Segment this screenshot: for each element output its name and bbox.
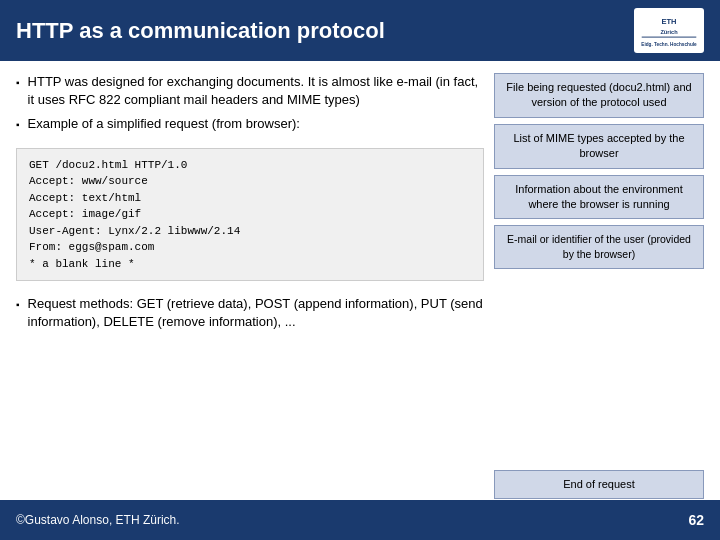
bullet-item-2: ▪ Example of a simplified request (from … xyxy=(16,115,484,133)
bullet-icon-2: ▪ xyxy=(16,118,20,132)
main-content: ▪ HTTP was designed for exchanging docum… xyxy=(0,61,720,511)
slide: HTTP as a communication protocol ETH Zür… xyxy=(0,0,720,540)
bullet-icon-1: ▪ xyxy=(16,76,20,90)
right-panel: File being requested (docu2.html) and ve… xyxy=(494,73,704,499)
code-line-7: * a blank line * xyxy=(29,256,471,273)
bullet-text-2: Example of a simplified request (from br… xyxy=(28,115,300,133)
info-box-2: List of MIME types accepted by the brows… xyxy=(494,124,704,169)
bullet-item-3: ▪ Request methods: GET (retrieve data), … xyxy=(16,295,484,331)
info-boxes-container: File being requested (docu2.html) and ve… xyxy=(494,73,704,499)
svg-text:Eidg. Techn. Hochschule: Eidg. Techn. Hochschule xyxy=(641,42,697,47)
info-box-4: E-mail or identifier of the user (provid… xyxy=(494,225,704,268)
code-line-2: Accept: www/source xyxy=(29,173,471,190)
footer-copyright: ©Gustavo Alonso, ETH Zürich. xyxy=(16,513,180,527)
code-line-5: User-Agent: Lynx/2.2 libwww/2.14 xyxy=(29,223,471,240)
svg-text:ETH: ETH xyxy=(661,17,676,26)
http-request-code: GET /docu2.html HTTP/1.0 Accept: www/sou… xyxy=(16,148,484,282)
bullet-text-1: HTTP was designed for exchanging documen… xyxy=(28,73,484,109)
code-line-4: Accept: image/gif xyxy=(29,206,471,223)
footer-page-number: 62 xyxy=(688,512,704,528)
title-bar: HTTP as a communication protocol ETH Zür… xyxy=(0,0,720,61)
info-box-1: File being requested (docu2.html) and ve… xyxy=(494,73,704,118)
svg-rect-3 xyxy=(642,37,697,38)
bullet-item-1: ▪ HTTP was designed for exchanging docum… xyxy=(16,73,484,109)
eth-logo: ETH Zürich Eidg. Techn. Hochschule xyxy=(634,8,704,53)
footer: ©Gustavo Alonso, ETH Zürich. 62 xyxy=(0,500,720,540)
info-box-3: Information about the environment where … xyxy=(494,175,704,220)
bullet-icon-3: ▪ xyxy=(16,298,20,312)
info-box-5: End of request xyxy=(494,470,704,499)
bullet-text-3: Request methods: GET (retrieve data), PO… xyxy=(28,295,484,331)
bullet-section-1: ▪ HTTP was designed for exchanging docum… xyxy=(16,73,484,134)
svg-text:Zürich: Zürich xyxy=(660,29,678,35)
code-line-3: Accept: text/html xyxy=(29,190,471,207)
code-line-6: From: eggs@spam.com xyxy=(29,239,471,256)
code-line-1: GET /docu2.html HTTP/1.0 xyxy=(29,157,471,174)
left-panel: ▪ HTTP was designed for exchanging docum… xyxy=(16,73,484,499)
slide-title: HTTP as a communication protocol xyxy=(16,18,385,44)
